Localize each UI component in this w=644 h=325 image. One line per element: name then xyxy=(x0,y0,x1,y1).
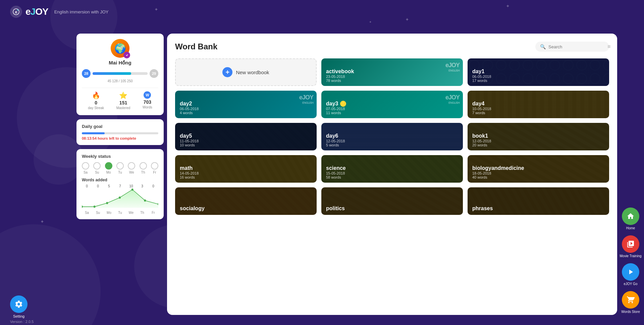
daily-goal-title: Daily goal xyxy=(82,124,158,129)
goal-time-label: hours left to complete xyxy=(98,136,136,140)
wb-date-biologyandmedicine: 18-05-2018 xyxy=(472,171,604,175)
goal-bar xyxy=(82,132,158,134)
svg-point-9 xyxy=(131,188,133,191)
wb-title-day5: day5 xyxy=(180,133,312,139)
day3-star-icon: ⭐ xyxy=(340,101,346,107)
wb-content-day2: day2 06-05-2018 4 words xyxy=(175,97,317,118)
wordbook-activebook[interactable]: eJOYENGLISH activebook 23-05-2018 78 wor… xyxy=(321,58,463,86)
wb-words-day3: 11 words xyxy=(326,111,458,115)
wb-content-math: math 14-05-2018 16 words xyxy=(175,162,317,183)
svg-point-7 xyxy=(106,202,108,204)
wordbook-science[interactable]: science 15-05-2018 58 words xyxy=(321,155,463,183)
wordbook-book1[interactable]: book1 12-05-2018 20 words xyxy=(468,123,609,150)
circle-we xyxy=(128,162,135,170)
wordbook-day3[interactable]: eJOYENGLISH day3 ⭐ 07-05-2018 11 words xyxy=(321,91,463,118)
nav-ejoy-go[interactable]: eJOY Go xyxy=(621,262,641,287)
chart-day-labels: Sa Su Mo Tu We Th Fr xyxy=(82,211,158,215)
nav-movie-training[interactable]: Movie Training xyxy=(618,234,643,259)
wb-title-math: math xyxy=(180,165,312,171)
wordbook-politics[interactable]: politics xyxy=(321,187,463,215)
nav-words-store[interactable]: Words Store xyxy=(620,290,641,315)
search-icon: 🔍 xyxy=(540,44,546,49)
wordbook-socialogy[interactable]: socialogy xyxy=(175,187,317,215)
left-panel: 🌍 Mai Hồng 28 29 45 128 / 105 250 🔥 xyxy=(76,34,164,219)
svg-text:e: e xyxy=(15,10,17,14)
wb-title-day2: day2 xyxy=(180,101,312,107)
wordbook-day2[interactable]: eJOYENGLISH day2 06-05-2018 4 words xyxy=(175,91,317,118)
wordbook-biologyandmedicine[interactable]: biologyandmedicine 18-05-2018 40 words xyxy=(468,155,609,183)
wb-title-book1: book1 xyxy=(472,133,604,139)
chart-container: 0 0 5 7 10 3 0 xyxy=(82,184,158,215)
wordbook-day5[interactable]: day5 11-05-2018 10 words xyxy=(175,123,317,150)
avatar-badge xyxy=(123,52,130,58)
logo-icon: e xyxy=(10,6,22,18)
wb-words-day5: 10 words xyxy=(180,143,312,147)
wordbook-day6[interactable]: day6 12-05-2018 5 words xyxy=(321,123,463,150)
search-input[interactable] xyxy=(548,44,605,49)
day-fr: Fr xyxy=(151,162,158,174)
wb-words-activebook: 78 words xyxy=(326,79,458,83)
search-bar[interactable]: 🔍 ≡ xyxy=(535,42,609,52)
wb-words-day6: 5 words xyxy=(326,143,458,147)
xp-text: 45 128 / 105 250 xyxy=(82,79,158,83)
wb-words-day1: 17 words xyxy=(472,79,604,83)
streak-number: 0 xyxy=(95,100,97,105)
wb-date-day1: 06-05-2018 xyxy=(472,75,604,79)
wb-date-day2: 06-05-2018 xyxy=(180,107,312,111)
profile-card: 🌍 Mai Hồng 28 29 45 128 / 105 250 🔥 xyxy=(76,34,164,115)
menu-icon[interactable]: ≡ xyxy=(607,44,610,50)
day-mo: Mo xyxy=(105,162,112,174)
svg-point-2 xyxy=(17,9,18,11)
wb-content-politics: politics xyxy=(321,202,463,215)
mastered-label: Mastered xyxy=(116,106,130,110)
setting-button[interactable]: Setting xyxy=(10,295,28,318)
svg-point-6 xyxy=(94,205,96,208)
wb-content-activebook: activebook 23-05-2018 78 words xyxy=(321,65,463,86)
circle-mo xyxy=(105,162,112,170)
wordbook-day4[interactable]: day4 10-05-2018 7 words xyxy=(468,91,609,118)
wb-words-math: 16 words xyxy=(180,175,312,179)
fire-icon: 🔥 xyxy=(92,91,100,99)
wb-date-science: 15-05-2018 xyxy=(326,171,458,175)
daily-goal-card: Daily goal 08:13:54 hours left to comple… xyxy=(76,119,164,145)
wb-content-day4: day4 10-05-2018 7 words xyxy=(468,97,609,118)
stats-row: 🔥 0 day Streak ⭐ 151 Mastered W 703 Word… xyxy=(82,88,158,110)
streak-label: day Streak xyxy=(88,106,104,110)
wb-content-book1: book1 12-05-2018 20 words xyxy=(468,130,609,150)
avatar-container: 🌍 xyxy=(111,39,129,58)
wb-title-socialogy: socialogy xyxy=(180,205,312,212)
circle-th xyxy=(140,162,147,170)
wb-title-day6: day6 xyxy=(326,133,458,139)
wb-content-day1: day1 06-05-2018 17 words xyxy=(468,65,609,86)
wb-title-day1: day1 xyxy=(472,68,604,75)
main-content: Word Bank 🔍 ≡ + New wordbook eJOYENGLISH… xyxy=(167,34,617,315)
setting-icon-circle xyxy=(10,295,28,313)
star-icon: ⭐ xyxy=(119,91,127,99)
wordbook-phrases[interactable]: phrases xyxy=(468,187,609,215)
nav-home[interactable]: Home xyxy=(621,206,641,231)
day-tu: Tu xyxy=(116,162,124,174)
new-wordbook-card[interactable]: + New wordbook xyxy=(175,58,317,86)
wordbook-grid: + New wordbook eJOYENGLISH activebook 23… xyxy=(175,58,609,215)
xp-fill xyxy=(93,72,131,75)
home-label: Home xyxy=(626,226,635,230)
wb-content-day6: day6 12-05-2018 5 words xyxy=(321,130,463,150)
svg-point-8 xyxy=(119,196,121,199)
day-sa: Sa xyxy=(82,162,89,174)
wordbook-day1[interactable]: day1 06-05-2018 17 words xyxy=(468,58,609,86)
circle-sa xyxy=(82,162,89,170)
level-next-badge: 29 xyxy=(150,69,158,78)
wb-content-science: science 15-05-2018 58 words xyxy=(321,162,463,183)
wb-title-day4: day4 xyxy=(472,101,604,107)
day-th: Th xyxy=(140,162,147,174)
mastered-number: 151 xyxy=(119,100,127,105)
circle-su xyxy=(93,162,101,170)
wb-words-day4: 7 words xyxy=(472,111,604,115)
wb-content-day5: day5 11-05-2018 10 words xyxy=(175,130,317,150)
weekly-status-title: Weekly status xyxy=(82,154,158,159)
wordbook-math[interactable]: math 14-05-2018 16 words xyxy=(175,155,317,183)
ejoy-go-icon-circle xyxy=(622,263,639,281)
wb-title-biologyandmedicine: biologyandmedicine xyxy=(472,165,604,171)
ejoy-go-label: eJOY Go xyxy=(624,282,638,286)
svg-point-3 xyxy=(125,53,128,57)
